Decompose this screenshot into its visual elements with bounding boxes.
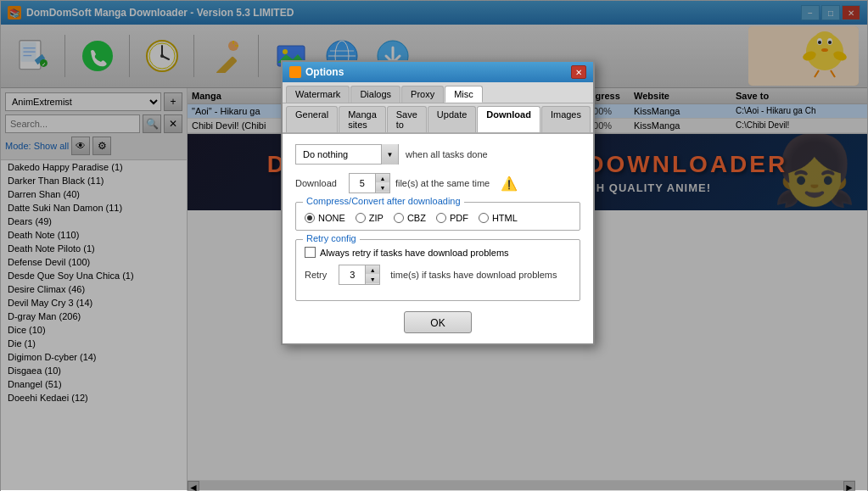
compress-radio-none[interactable]: NONE [305,213,345,223]
radio-label-none: NONE [318,213,345,223]
action-dropdown-text: Do nothing [296,149,381,159]
download-count-control[interactable]: 5 ▲ ▼ [349,173,390,193]
compress-radio-html[interactable]: HTML [479,213,518,223]
compress-radio-zip[interactable]: ZIP [356,213,384,223]
radio-circle-none [305,213,315,223]
radio-circle-cbz [394,213,404,223]
inner-tab-update[interactable]: Update [428,106,476,132]
retry-count-control[interactable]: 3 ▲ ▼ [339,265,380,285]
download-count-arrows: ▲ ▼ [375,174,389,192]
retry-count-input[interactable]: 3 [339,270,365,280]
warning-icon: ⚠️ [501,176,518,192]
modal-overlay: Options ✕ WatermarkDialogsProxyMisc Gene… [1,1,867,490]
do-nothing-row: Do nothing ▼ when all tasks done [295,144,580,165]
compress-radio-cbz[interactable]: CBZ [394,213,426,223]
options-dialog: Options ✕ WatermarkDialogsProxyMisc Gene… [281,60,595,345]
radio-circle-zip [356,213,366,223]
inner-tab-general[interactable]: General [286,106,338,132]
action-dropdown-arrow[interactable]: ▼ [381,144,398,165]
radio-circle-pdf [436,213,446,223]
outer-tab-proxy[interactable]: Proxy [401,86,444,103]
retry-section-title: Retry config [303,233,360,243]
outer-tab-misc[interactable]: Misc [445,86,483,103]
download-count-up[interactable]: ▲ [376,174,389,183]
when-tasks-done-label: when all tasks done [406,149,488,159]
retry-count-row: Retry 3 ▲ ▼ time(s) if tasks have downlo… [305,265,571,285]
radio-label-html: HTML [492,213,518,223]
inner-tab-manga-sites[interactable]: Manga sites [339,106,386,132]
radio-label-cbz: CBZ [407,213,426,223]
outer-tab-bar: WatermarkDialogsProxyMisc [283,82,593,103]
retry-checkbox-label: Always retry if tasks have download prob… [320,248,509,258]
compress-radio-group: NONEZIPCBZPDFHTML [305,209,571,223]
retry-section: Retry config Always retry if tasks have … [295,239,580,301]
download-count-input[interactable]: 5 [350,178,375,188]
retry-count-down[interactable]: ▼ [366,275,379,284]
download-count-down[interactable]: ▼ [376,183,389,192]
app-window: 📚 DomDomSoft Manga Downloader - Version … [0,0,868,491]
retry-count-arrows: ▲ ▼ [365,265,379,284]
inner-tab-download[interactable]: Download [477,106,540,132]
retry-label: Retry [305,270,327,280]
compress-radio-pdf[interactable]: PDF [436,213,468,223]
compress-section: Compress/Convert after downloading NONEZ… [295,202,580,231]
inner-tab-bar: GeneralManga sitesSave toUpdateDownloadI… [283,103,593,134]
retry-checkbox[interactable] [305,247,316,258]
radio-circle-html [479,213,489,223]
compress-section-title: Compress/Convert after downloading [303,196,464,206]
retry-times-label: time(s) if tasks have download problems [390,270,557,280]
retry-checkbox-item[interactable]: Always retry if tasks have download prob… [305,247,571,258]
inner-tab-save-to[interactable]: Save to [387,106,427,132]
download-count-row: Download 5 ▲ ▼ file(s) at the same time … [295,173,580,193]
outer-tab-dialogs[interactable]: Dialogs [350,86,400,103]
ok-button[interactable]: OK [404,311,472,333]
retry-count-up[interactable]: ▲ [366,265,379,275]
download-label: Download [295,178,337,188]
files-same-time-label: file(s) at the same time [395,178,490,188]
dialog-body: Do nothing ▼ when all tasks done Downloa… [283,134,593,343]
dialog-title: Options [305,66,571,78]
dialog-close-button[interactable]: ✕ [571,65,586,79]
action-dropdown[interactable]: Do nothing ▼ [295,144,399,165]
dialog-title-bar: Options ✕ [283,62,593,82]
inner-tab-images[interactable]: Images [541,106,591,132]
outer-tab-watermark[interactable]: Watermark [286,86,350,103]
radio-label-pdf: PDF [450,213,468,223]
dialog-icon [289,66,301,78]
radio-label-zip: ZIP [369,213,384,223]
